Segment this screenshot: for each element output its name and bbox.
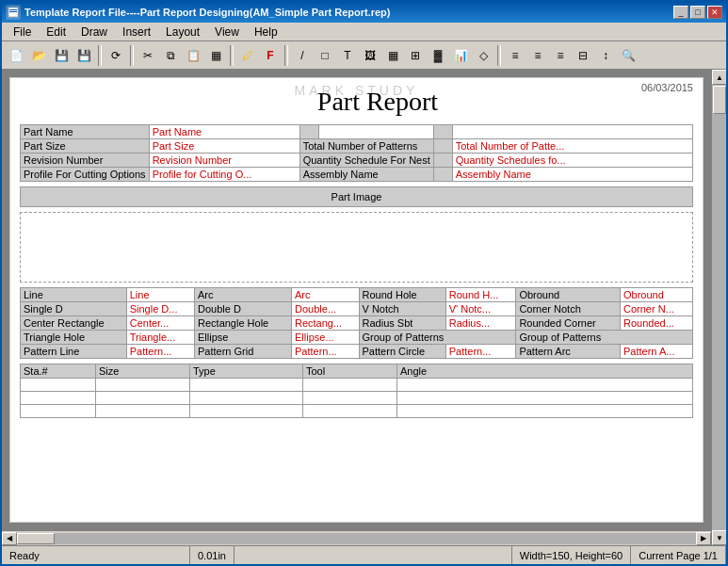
label-part-name: Part Name bbox=[21, 125, 150, 139]
label-assembly: Assembly Name bbox=[299, 168, 433, 182]
cell-roundedcorner2: Rounded... bbox=[621, 316, 693, 331]
cell-recthole2: Rectang... bbox=[291, 316, 359, 331]
refresh-button[interactable]: ⟳ bbox=[105, 45, 126, 66]
cell-cornernotch1: Corner Notch bbox=[516, 302, 621, 316]
cell-empty-angle-3 bbox=[397, 405, 693, 418]
cell-roundedcorner1: Rounded Corner bbox=[516, 316, 621, 331]
label-empty2 bbox=[433, 125, 452, 139]
cell-roundhole1: Round Hole bbox=[359, 288, 445, 302]
menu-layout[interactable]: Layout bbox=[158, 24, 207, 40]
bold-button[interactable]: F bbox=[260, 45, 281, 66]
cell-doubled2: Double... bbox=[291, 302, 359, 316]
status-dimensions: Width=150, Height=60 bbox=[512, 546, 631, 564]
status-page: Current Page 1/1 bbox=[631, 546, 726, 564]
part-image-box bbox=[20, 212, 693, 283]
menu-edit[interactable]: Edit bbox=[39, 24, 73, 40]
align-center-button[interactable]: ≡ bbox=[527, 45, 548, 66]
distribute-button[interactable]: ⊟ bbox=[573, 45, 593, 66]
main-window: Template Report File----Part Report Desi… bbox=[0, 0, 728, 566]
cell-empty-sta-2 bbox=[21, 392, 96, 405]
patterns-table: Line Line Arc Arc Round Hole Round H... … bbox=[20, 287, 693, 359]
cell-ellipse2: Ellipse... bbox=[291, 331, 359, 345]
restore-button[interactable]: □ bbox=[690, 6, 705, 19]
tools-data-row-2 bbox=[21, 392, 693, 405]
align-right-button[interactable]: ≡ bbox=[550, 45, 571, 66]
part-image-label: Part Image bbox=[332, 191, 382, 202]
label-qty-schedule2 bbox=[433, 154, 452, 168]
value-empty2 bbox=[452, 125, 692, 139]
cell-obround2: Obround bbox=[621, 288, 693, 302]
chart-button[interactable]: 📊 bbox=[450, 45, 471, 66]
open-button[interactable]: 📂 bbox=[28, 45, 49, 66]
col-tool: Tool bbox=[303, 364, 397, 379]
table-row: Line Line Arc Arc Round Hole Round H... … bbox=[21, 288, 693, 302]
shape-button[interactable]: ◇ bbox=[473, 45, 493, 66]
label-assembly2 bbox=[433, 168, 452, 182]
label-total-patterns: Total Number of Patterns bbox=[299, 139, 433, 154]
label-revision: Revision Number bbox=[21, 154, 150, 168]
report-date: 06/03/2015 bbox=[641, 82, 693, 93]
cell-empty-type-2 bbox=[190, 392, 303, 405]
scroll-thumb[interactable] bbox=[713, 86, 726, 114]
tools-header-row: Sta.# Size Type Tool Angle bbox=[21, 364, 693, 379]
save-button[interactable]: 💾 bbox=[51, 45, 72, 66]
line-button[interactable]: / bbox=[292, 45, 313, 66]
cell-grouppatterns1: Group of Patterns bbox=[359, 331, 516, 345]
scroll-x-track[interactable] bbox=[17, 533, 696, 544]
minimize-button[interactable]: _ bbox=[673, 6, 688, 19]
format-button[interactable]: ▦ bbox=[205, 45, 226, 66]
scroll-x-thumb[interactable] bbox=[17, 533, 55, 544]
cell-singled2: Single D... bbox=[126, 302, 194, 316]
save-as-button[interactable]: 💾 bbox=[73, 45, 94, 66]
align-left-button[interactable]: ≡ bbox=[505, 45, 526, 66]
close-button[interactable]: ✕ bbox=[707, 6, 722, 19]
menu-file[interactable]: File bbox=[6, 24, 39, 40]
cell-recthole1: Rectangle Hole bbox=[195, 316, 292, 331]
image-button[interactable]: 🖼 bbox=[360, 45, 380, 66]
text-button[interactable]: T bbox=[337, 45, 358, 66]
app-icon bbox=[6, 5, 21, 20]
highlight-button[interactable]: 🖊 bbox=[237, 45, 258, 66]
cell-trianglehole1: Triangle Hole bbox=[21, 331, 127, 345]
status-ready-text: Ready bbox=[9, 550, 40, 561]
cell-obround1: Obround bbox=[516, 288, 621, 302]
scroll-down-button[interactable]: ▼ bbox=[712, 530, 726, 545]
value-qty-schedule: Quantity Schedules fo... bbox=[452, 154, 692, 168]
cell-cornernotch2: Corner N... bbox=[621, 302, 693, 316]
cut-button[interactable]: ✂ bbox=[138, 45, 158, 66]
menu-view[interactable]: View bbox=[207, 24, 247, 40]
rect-button[interactable]: □ bbox=[315, 45, 335, 66]
cell-patline1: Pattern Line bbox=[21, 345, 127, 359]
label-qty-schedule: Quantity Schedule For Nest bbox=[299, 154, 433, 168]
window-controls: _ □ ✕ bbox=[673, 6, 722, 19]
cell-empty-sta-1 bbox=[21, 379, 96, 392]
scroll-track[interactable] bbox=[712, 85, 726, 530]
scroll-left-button[interactable]: ◀ bbox=[2, 532, 17, 545]
table-button[interactable]: ▦ bbox=[382, 45, 403, 66]
copy-button[interactable]: ⧉ bbox=[160, 45, 181, 66]
table-row: Profile For Cutting Options Profile for … bbox=[21, 168, 693, 182]
cell-centerrect1: Center Rectangle bbox=[21, 316, 127, 331]
cell-empty-size-1 bbox=[96, 379, 190, 392]
menu-help[interactable]: Help bbox=[247, 24, 285, 40]
cell-patline2: Pattern... bbox=[126, 345, 194, 359]
spacing-button[interactable]: ↕ bbox=[595, 45, 616, 66]
paste-button[interactable]: 📋 bbox=[183, 45, 203, 66]
cell-ellipse1: Ellipse bbox=[195, 331, 292, 345]
new-button[interactable]: 📄 bbox=[6, 45, 26, 66]
label-total-patterns2 bbox=[433, 139, 452, 154]
barcode-button[interactable]: ▓ bbox=[428, 45, 448, 66]
cell-empty-tool-2 bbox=[303, 392, 397, 405]
cell-arc2: Arc bbox=[291, 288, 359, 302]
cell-empty-angle-1 bbox=[397, 379, 693, 392]
status-bar: Ready 0.01in Width=150, Height=60 Curren… bbox=[2, 545, 726, 564]
field-button[interactable]: ⊞ bbox=[405, 45, 426, 66]
menu-insert[interactable]: Insert bbox=[115, 24, 158, 40]
cell-patarc1: Pattern Arc bbox=[516, 345, 621, 359]
value-total-patterns: Total Number of Patte... bbox=[452, 139, 692, 154]
label-part-size: Part Size bbox=[21, 139, 150, 154]
menu-draw[interactable]: Draw bbox=[73, 24, 115, 40]
zoom-button[interactable]: 🔍 bbox=[618, 45, 639, 66]
scroll-right-button[interactable]: ▶ bbox=[696, 532, 711, 545]
scroll-up-button[interactable]: ▲ bbox=[712, 70, 726, 85]
